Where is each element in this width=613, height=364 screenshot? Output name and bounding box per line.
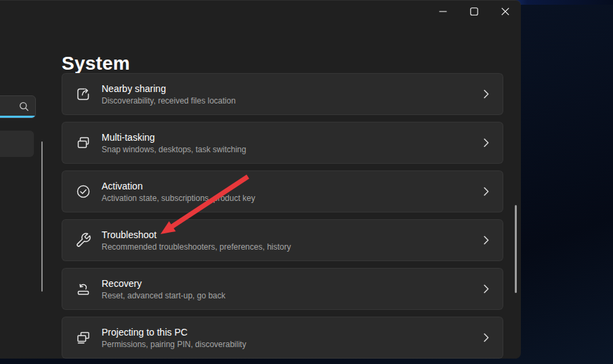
search-icon: [19, 101, 29, 114]
caption-buttons: [427, 0, 521, 23]
maximize-button[interactable]: [459, 0, 490, 23]
row-text: Nearby sharing Discoverability, received…: [102, 83, 484, 106]
search-input[interactable]: [0, 95, 36, 118]
maximize-icon: [470, 7, 478, 16]
row-title: Troubleshoot: [102, 229, 484, 240]
row-text: Troubleshoot Recommended troubleshooters…: [102, 229, 484, 252]
settings-row[interactable]: Troubleshoot Recommended troubleshooters…: [62, 219, 503, 261]
row-subtitle: Recommended troubleshooters, preferences…: [102, 242, 484, 252]
search-accent-underline: [0, 116, 35, 118]
nearby-sharing-icon: [75, 86, 91, 102]
chevron-right-icon: [484, 284, 489, 294]
settings-window: System Nearby sharing Discoverability, r…: [0, 0, 521, 359]
multitasking-icon: [75, 135, 91, 151]
settings-row[interactable]: Recovery Reset, advanced start-up, go ba…: [62, 268, 503, 310]
sidebar-item-partial[interactable]: [0, 131, 34, 157]
settings-list: Nearby sharing Discoverability, received…: [62, 73, 503, 359]
activation-icon: [75, 183, 91, 200]
settings-row[interactable]: Activation Activation state, subscriptio…: [62, 170, 503, 212]
row-text: Multi-tasking Snap windows, desktops, ta…: [102, 132, 484, 154]
recovery-icon: [75, 281, 91, 297]
row-subtitle: Reset, advanced start-up, go back: [102, 291, 484, 300]
row-text: Recovery Reset, advanced start-up, go ba…: [102, 278, 484, 300]
page-title: System: [62, 53, 130, 74]
minimize-button[interactable]: [427, 0, 459, 23]
chevron-right-icon: [484, 138, 489, 147]
close-icon: [501, 7, 509, 16]
row-text: Activation Activation state, subscriptio…: [102, 181, 484, 203]
row-title: Multi-tasking: [102, 132, 484, 143]
settings-row[interactable]: Multi-tasking Snap windows, desktops, ta…: [62, 122, 503, 164]
troubleshoot-icon: [75, 232, 91, 248]
minimize-icon: [439, 7, 447, 16]
desktop: System Nearby sharing Discoverability, r…: [0, 0, 613, 364]
row-subtitle: Snap windows, desktops, task switching: [102, 145, 484, 154]
row-text: Projecting to this PC Permissions, pairi…: [102, 327, 484, 349]
row-title: Recovery: [102, 278, 484, 289]
chevron-right-icon: [484, 235, 489, 245]
row-subtitle: Activation state, subscriptions, product…: [102, 194, 484, 203]
settings-row[interactable]: Nearby sharing Discoverability, received…: [62, 73, 503, 115]
close-button[interactable]: [490, 0, 521, 23]
row-title: Projecting to this PC: [102, 327, 484, 338]
chevron-right-icon: [484, 187, 489, 196]
chevron-right-icon: [484, 333, 489, 342]
sidebar-scrollbar[interactable]: [41, 141, 43, 292]
settings-row[interactable]: Projecting to this PC Permissions, pairi…: [62, 317, 503, 359]
row-title: Activation: [102, 181, 484, 191]
chevron-right-icon: [484, 89, 489, 99]
row-subtitle: Discoverability, received files location: [102, 96, 484, 106]
row-title: Nearby sharing: [102, 83, 484, 94]
row-subtitle: Permissions, pairing PIN, discoverabilit…: [102, 340, 484, 349]
projecting-icon: [75, 329, 91, 346]
content-scrollbar[interactable]: [515, 205, 517, 293]
